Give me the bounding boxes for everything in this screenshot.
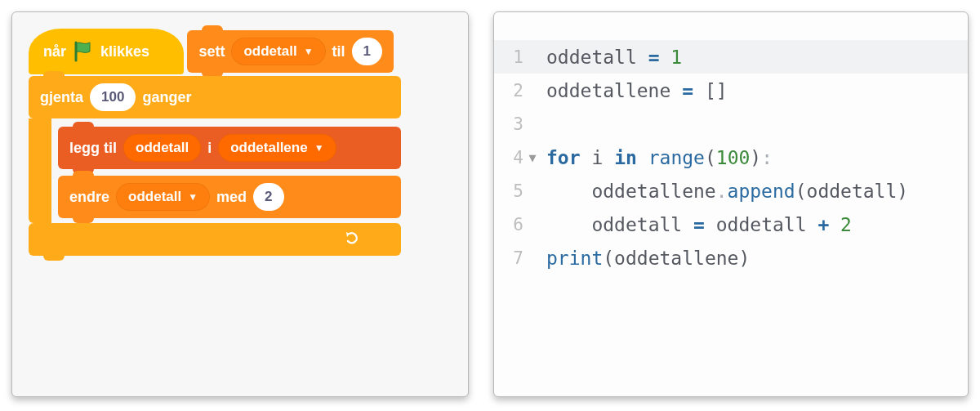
change-variable-block[interactable]: endre oddetall ▼ med 2	[58, 176, 401, 218]
code-editor[interactable]: 1oddetall = 12oddetallene = []34▼for i i…	[494, 40, 968, 275]
set-keyword: sett	[198, 43, 225, 60]
repeat-times-keyword: ganger	[142, 89, 191, 106]
chevron-down-icon: ▼	[188, 191, 198, 203]
code-content: oddetallene = []	[540, 80, 728, 101]
code-content: oddetall = oddetall + 2	[540, 214, 852, 235]
code-line[interactable]: 5 oddetallene.append(oddetall)	[494, 174, 968, 208]
code-content: oddetallene.append(oddetall)	[540, 181, 908, 202]
chevron-down-icon: ▼	[304, 46, 314, 57]
code-line[interactable]: 6 oddetall = oddetall + 2	[494, 208, 968, 241]
code-content: for i in range(100):	[540, 147, 773, 168]
repeat-body: legg til oddetall i oddetallene ▼ endre …	[51, 118, 401, 223]
code-line[interactable]: 1oddetall = 1	[494, 40, 968, 74]
variable-dropdown-oddetall[interactable]: oddetall ▼	[231, 38, 325, 65]
change-value-input[interactable]: 2	[253, 183, 283, 211]
fold-marker[interactable]: ▼	[525, 150, 540, 165]
line-number: 1	[494, 47, 525, 67]
hat-block-when-flag-clicked[interactable]: når klikkes	[29, 29, 184, 74]
set-variable-block[interactable]: sett oddetall ▼ til 1	[187, 30, 394, 73]
add-item-reporter[interactable]: oddetall	[123, 134, 201, 162]
code-content: oddetall = 1	[540, 47, 682, 68]
change-by-keyword: med	[216, 189, 247, 206]
line-number: 3	[494, 114, 525, 134]
repeat-block[interactable]: gjenta 100 ganger legg til oddetall i od…	[29, 76, 401, 256]
variable-name-label: oddetall	[128, 189, 181, 205]
scratch-panel: når klikkes sett oddetall ▼ til 1 gjenta…	[11, 11, 469, 397]
hat-prefix-label: når	[43, 43, 66, 60]
code-content: print(oddetallene)	[540, 248, 750, 269]
code-editor-panel: 1oddetall = 12oddetallene = []34▼for i i…	[493, 11, 969, 397]
add-keyword: legg til	[69, 140, 117, 157]
code-line[interactable]: 7print(oddetallene)	[494, 241, 968, 275]
repeat-keyword: gjenta	[40, 89, 83, 106]
repeat-header[interactable]: gjenta 100 ganger	[29, 76, 401, 118]
code-line[interactable]: 2oddetallene = []	[494, 74, 968, 107]
set-to-keyword: til	[332, 43, 345, 60]
add-item-label: oddetall	[136, 140, 189, 156]
variable-dropdown-oddetall-2[interactable]: oddetall ▼	[116, 183, 210, 211]
line-number: 6	[494, 215, 525, 235]
change-keyword: endre	[69, 189, 109, 206]
hat-suffix-label: klikkes	[100, 43, 149, 60]
variable-name-label: oddetall	[243, 43, 296, 60]
list-name-label: oddetallene	[230, 140, 307, 156]
line-number: 2	[494, 81, 525, 101]
loop-arrow-icon	[344, 230, 362, 248]
code-line[interactable]: 3	[494, 107, 968, 141]
chevron-down-icon: ▼	[314, 142, 324, 154]
flag-icon	[74, 41, 93, 62]
add-to-list-block[interactable]: legg til oddetall i oddetallene ▼	[58, 127, 401, 169]
repeat-footer	[29, 223, 401, 256]
repeat-side	[29, 118, 51, 223]
set-value-input[interactable]: 1	[352, 38, 382, 65]
line-number: 4	[494, 148, 525, 168]
line-number: 5	[494, 181, 525, 201]
add-in-keyword: i	[207, 140, 212, 157]
line-number: 7	[494, 248, 525, 268]
code-line[interactable]: 4▼for i in range(100):	[494, 141, 968, 174]
repeat-count-input[interactable]: 100	[90, 83, 136, 111]
list-dropdown-oddetallene[interactable]: oddetallene ▼	[218, 134, 336, 162]
